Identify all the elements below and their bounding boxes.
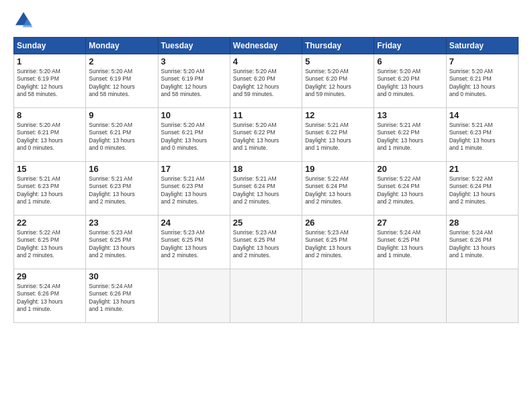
calendar-cell: 17Sunrise: 5:21 AM Sunset: 6:23 PM Dayli… [158,162,230,216]
calendar-cell [302,269,374,323]
calendar-cell: 29Sunrise: 5:24 AM Sunset: 6:26 PM Dayli… [14,269,86,323]
day-number: 30 [89,271,154,281]
day-number: 20 [377,164,443,174]
day-number: 24 [161,218,227,228]
cell-info: Sunrise: 5:22 AM Sunset: 6:25 PM Dayligh… [17,229,83,260]
day-number: 14 [449,110,515,120]
day-number: 5 [305,56,371,66]
cell-info: Sunrise: 5:20 AM Sunset: 6:21 PM Dayligh… [89,122,154,152]
cell-info: Sunrise: 5:20 AM Sunset: 6:22 PM Dayligh… [233,122,299,152]
day-number: 8 [17,110,83,120]
calendar: SundayMondayTuesdayWednesdayThursdayFrid… [13,37,519,323]
day-of-week-header: Tuesday [158,38,230,54]
day-number: 28 [449,218,515,228]
calendar-cell: 3Sunrise: 5:20 AM Sunset: 6:19 PM Daylig… [158,54,230,108]
calendar-cell: 9Sunrise: 5:20 AM Sunset: 6:21 PM Daylig… [86,108,158,162]
day-number: 15 [17,164,83,174]
calendar-cell [374,269,446,323]
day-number: 23 [89,218,154,228]
calendar-cell: 2Sunrise: 5:20 AM Sunset: 6:19 PM Daylig… [86,54,158,108]
cell-info: Sunrise: 5:20 AM Sunset: 6:20 PM Dayligh… [377,68,443,99]
calendar-cell: 1Sunrise: 5:20 AM Sunset: 6:19 PM Daylig… [14,54,86,108]
day-of-week-header: Thursday [302,38,374,54]
calendar-cell: 26Sunrise: 5:23 AM Sunset: 6:25 PM Dayli… [302,216,374,269]
day-number: 13 [377,110,443,120]
cell-info: Sunrise: 5:23 AM Sunset: 6:25 PM Dayligh… [233,229,299,260]
cell-info: Sunrise: 5:20 AM Sunset: 6:21 PM Dayligh… [161,122,227,152]
day-of-week-header: Wednesday [230,38,302,54]
calendar-row: 8Sunrise: 5:20 AM Sunset: 6:21 PM Daylig… [14,108,519,162]
calendar-cell: 25Sunrise: 5:23 AM Sunset: 6:25 PM Dayli… [230,216,302,269]
calendar-cell: 6Sunrise: 5:20 AM Sunset: 6:20 PM Daylig… [374,54,446,108]
cell-info: Sunrise: 5:22 AM Sunset: 6:24 PM Dayligh… [377,175,443,206]
cell-info: Sunrise: 5:20 AM Sunset: 6:19 PM Dayligh… [161,68,227,99]
cell-info: Sunrise: 5:20 AM Sunset: 6:19 PM Dayligh… [89,68,154,99]
cell-info: Sunrise: 5:20 AM Sunset: 6:21 PM Dayligh… [17,122,83,152]
day-number: 22 [17,218,83,228]
cell-info: Sunrise: 5:23 AM Sunset: 6:25 PM Dayligh… [89,229,154,260]
day-of-week-header: Monday [86,38,158,54]
calendar-cell: 28Sunrise: 5:24 AM Sunset: 6:26 PM Dayli… [446,216,518,269]
logo [13,10,36,30]
calendar-cell: 15Sunrise: 5:21 AM Sunset: 6:23 PM Dayli… [14,162,86,216]
calendar-cell: 21Sunrise: 5:22 AM Sunset: 6:24 PM Dayli… [446,162,518,216]
cell-info: Sunrise: 5:24 AM Sunset: 6:26 PM Dayligh… [17,283,83,314]
day-number: 17 [161,164,227,174]
day-number: 16 [89,164,154,174]
calendar-cell: 11Sunrise: 5:20 AM Sunset: 6:22 PM Dayli… [230,108,302,162]
day-number: 7 [449,56,515,66]
calendar-cell: 16Sunrise: 5:21 AM Sunset: 6:23 PM Dayli… [86,162,158,216]
calendar-row: 29Sunrise: 5:24 AM Sunset: 6:26 PM Dayli… [14,269,519,323]
cell-info: Sunrise: 5:21 AM Sunset: 6:23 PM Dayligh… [449,122,515,152]
day-number: 1 [17,56,83,66]
calendar-cell: 13Sunrise: 5:21 AM Sunset: 6:22 PM Dayli… [374,108,446,162]
calendar-row: 1Sunrise: 5:20 AM Sunset: 6:19 PM Daylig… [14,54,519,108]
calendar-cell: 20Sunrise: 5:22 AM Sunset: 6:24 PM Dayli… [374,162,446,216]
calendar-header-row: SundayMondayTuesdayWednesdayThursdayFrid… [14,38,519,54]
calendar-cell: 8Sunrise: 5:20 AM Sunset: 6:21 PM Daylig… [14,108,86,162]
day-number: 21 [449,164,515,174]
cell-info: Sunrise: 5:22 AM Sunset: 6:24 PM Dayligh… [449,175,515,206]
calendar-cell: 30Sunrise: 5:24 AM Sunset: 6:26 PM Dayli… [86,269,158,323]
cell-info: Sunrise: 5:20 AM Sunset: 6:21 PM Dayligh… [449,68,515,99]
calendar-cell: 24Sunrise: 5:23 AM Sunset: 6:25 PM Dayli… [158,216,230,269]
calendar-cell: 4Sunrise: 5:20 AM Sunset: 6:20 PM Daylig… [230,54,302,108]
calendar-cell [230,269,302,323]
day-of-week-header: Friday [374,38,446,54]
cell-info: Sunrise: 5:20 AM Sunset: 6:20 PM Dayligh… [305,68,371,99]
header [13,10,519,30]
calendar-row: 15Sunrise: 5:21 AM Sunset: 6:23 PM Dayli… [14,162,519,216]
calendar-cell [446,269,518,323]
cell-info: Sunrise: 5:22 AM Sunset: 6:24 PM Dayligh… [305,175,371,206]
calendar-cell: 10Sunrise: 5:20 AM Sunset: 6:21 PM Dayli… [158,108,230,162]
day-number: 25 [233,218,299,228]
day-number: 26 [305,218,371,228]
day-number: 27 [377,218,443,228]
calendar-cell: 27Sunrise: 5:24 AM Sunset: 6:25 PM Dayli… [374,216,446,269]
cell-info: Sunrise: 5:21 AM Sunset: 6:24 PM Dayligh… [233,175,299,206]
day-number: 4 [233,56,299,66]
cell-info: Sunrise: 5:24 AM Sunset: 6:25 PM Dayligh… [377,229,443,260]
calendar-cell: 22Sunrise: 5:22 AM Sunset: 6:25 PM Dayli… [14,216,86,269]
cell-info: Sunrise: 5:21 AM Sunset: 6:22 PM Dayligh… [377,122,443,152]
day-number: 11 [233,110,299,120]
calendar-row: 22Sunrise: 5:22 AM Sunset: 6:25 PM Dayli… [14,216,519,269]
cell-info: Sunrise: 5:20 AM Sunset: 6:19 PM Dayligh… [17,68,83,99]
calendar-cell: 5Sunrise: 5:20 AM Sunset: 6:20 PM Daylig… [302,54,374,108]
day-number: 19 [305,164,371,174]
cell-info: Sunrise: 5:21 AM Sunset: 6:23 PM Dayligh… [161,175,227,206]
calendar-cell [158,269,230,323]
day-number: 18 [233,164,299,174]
cell-info: Sunrise: 5:20 AM Sunset: 6:20 PM Dayligh… [233,68,299,99]
day-of-week-header: Saturday [446,38,518,54]
page: SundayMondayTuesdayWednesdayThursdayFrid… [0,0,532,411]
calendar-cell: 14Sunrise: 5:21 AM Sunset: 6:23 PM Dayli… [446,108,518,162]
calendar-cell: 7Sunrise: 5:20 AM Sunset: 6:21 PM Daylig… [446,54,518,108]
cell-info: Sunrise: 5:24 AM Sunset: 6:26 PM Dayligh… [89,283,154,314]
day-number: 2 [89,56,154,66]
day-number: 3 [161,56,227,66]
cell-info: Sunrise: 5:24 AM Sunset: 6:26 PM Dayligh… [449,229,515,260]
cell-info: Sunrise: 5:23 AM Sunset: 6:25 PM Dayligh… [161,229,227,260]
cell-info: Sunrise: 5:21 AM Sunset: 6:22 PM Dayligh… [305,122,371,152]
day-of-week-header: Sunday [14,38,86,54]
